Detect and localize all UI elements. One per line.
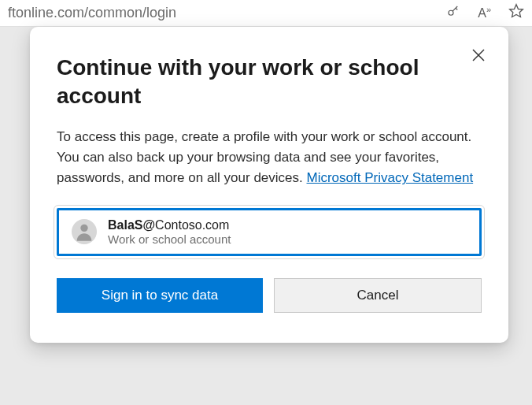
privacy-link[interactable]: Microsoft Privacy Statement [307,170,474,185]
sign-in-button[interactable]: Sign in to sync data [57,278,263,313]
profile-dialog: Continue with your work or school accoun… [30,27,508,343]
account-type: Work or school account [108,232,231,246]
cancel-button[interactable]: Cancel [274,278,482,313]
toolbar-icons: A» [446,3,524,23]
address-bar: ftonline.com/common/login A» [0,0,532,27]
account-card[interactable]: BalaS@Contoso.com Work or school account [57,208,482,256]
account-email-prefix: BalaS@ [108,218,155,232]
url-text: ftonline.com/common/login [8,5,446,21]
key-icon[interactable] [446,4,460,22]
svg-point-4 [80,225,87,232]
account-info: BalaS@Contoso.com Work or school account [108,218,231,246]
button-row: Sign in to sync data Cancel [57,278,482,313]
account-email: BalaS@Contoso.com [108,218,231,232]
avatar-icon [72,219,97,244]
close-button[interactable] [467,44,490,66]
svg-marker-1 [510,5,523,17]
dialog-title: Continue with your work or school accoun… [57,54,482,111]
account-email-domain: Contoso.com [155,218,229,232]
favorite-icon[interactable] [508,3,524,23]
dialog-description: To access this page, create a profile wi… [57,127,482,189]
text-size-icon[interactable]: A» [478,5,491,20]
